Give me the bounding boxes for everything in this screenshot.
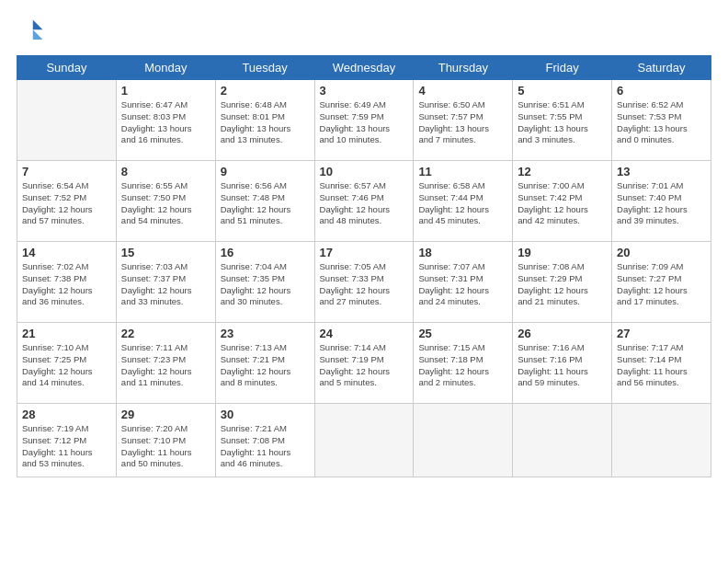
weekday-header-friday: Friday xyxy=(513,56,612,80)
day-number: 26 xyxy=(518,327,607,340)
calendar-cell: 9Sunrise: 6:56 AMSunset: 7:48 PMDaylight… xyxy=(215,161,314,242)
svg-marker-0 xyxy=(33,20,43,30)
calendar-cell: 22Sunrise: 7:11 AMSunset: 7:23 PMDayligh… xyxy=(116,323,215,404)
day-info: Sunrise: 7:04 AMSunset: 7:35 PMDaylight:… xyxy=(221,261,310,308)
day-info: Sunrise: 6:56 AMSunset: 7:48 PMDaylight:… xyxy=(221,180,310,227)
day-info: Sunrise: 6:50 AMSunset: 7:57 PMDaylight:… xyxy=(418,99,507,146)
day-info: Sunrise: 6:48 AMSunset: 8:01 PMDaylight:… xyxy=(221,99,310,146)
day-info: Sunrise: 7:15 AMSunset: 7:18 PMDaylight:… xyxy=(418,342,507,389)
day-number: 27 xyxy=(617,327,706,340)
day-info: Sunrise: 6:47 AMSunset: 8:03 PMDaylight:… xyxy=(121,99,210,146)
weekday-header-tuesday: Tuesday xyxy=(215,56,314,80)
calendar-cell: 16Sunrise: 7:04 AMSunset: 7:35 PMDayligh… xyxy=(215,242,314,323)
day-number: 21 xyxy=(22,327,111,340)
svg-marker-1 xyxy=(33,29,43,40)
day-number: 1 xyxy=(121,84,210,98)
day-info: Sunrise: 6:58 AMSunset: 7:44 PMDaylight:… xyxy=(418,180,507,227)
calendar-cell xyxy=(612,404,711,477)
day-number: 2 xyxy=(221,84,310,98)
calendar-cell: 17Sunrise: 7:05 AMSunset: 7:33 PMDayligh… xyxy=(314,242,414,323)
calendar-cell: 26Sunrise: 7:16 AMSunset: 7:16 PMDayligh… xyxy=(513,323,612,404)
day-number: 22 xyxy=(121,327,210,340)
day-info: Sunrise: 7:10 AMSunset: 7:25 PMDaylight:… xyxy=(22,342,111,389)
calendar-cell: 6Sunrise: 6:52 AMSunset: 7:53 PMDaylight… xyxy=(612,80,711,161)
day-number: 15 xyxy=(121,246,210,259)
day-number: 8 xyxy=(121,165,210,178)
calendar-cell xyxy=(513,404,612,477)
calendar-cell xyxy=(17,80,117,161)
day-info: Sunrise: 7:16 AMSunset: 7:16 PMDaylight:… xyxy=(518,342,607,389)
weekday-header-wednesday: Wednesday xyxy=(314,56,414,80)
calendar-cell: 3Sunrise: 6:49 AMSunset: 7:59 PMDaylight… xyxy=(314,80,414,161)
day-number: 9 xyxy=(221,165,310,178)
week-row-2: 7Sunrise: 6:54 AMSunset: 7:52 PMDaylight… xyxy=(17,161,711,242)
day-number: 24 xyxy=(320,327,409,340)
calendar-cell: 27Sunrise: 7:17 AMSunset: 7:14 PMDayligh… xyxy=(612,323,711,404)
day-number: 16 xyxy=(221,246,310,259)
day-info: Sunrise: 7:05 AMSunset: 7:33 PMDaylight:… xyxy=(320,261,409,308)
day-number: 29 xyxy=(121,408,210,421)
day-info: Sunrise: 7:08 AMSunset: 7:29 PMDaylight:… xyxy=(518,261,607,308)
calendar-cell: 20Sunrise: 7:09 AMSunset: 7:27 PMDayligh… xyxy=(612,242,711,323)
day-number: 7 xyxy=(22,165,111,178)
day-info: Sunrise: 7:09 AMSunset: 7:27 PMDaylight:… xyxy=(617,261,706,308)
day-number: 25 xyxy=(418,327,507,340)
day-info: Sunrise: 7:19 AMSunset: 7:12 PMDaylight:… xyxy=(22,423,111,470)
weekday-header-sunday: Sunday xyxy=(17,56,117,80)
calendar-cell: 14Sunrise: 7:02 AMSunset: 7:38 PMDayligh… xyxy=(17,242,117,323)
week-row-5: 28Sunrise: 7:19 AMSunset: 7:12 PMDayligh… xyxy=(17,404,711,477)
day-number: 14 xyxy=(22,246,111,259)
day-info: Sunrise: 7:17 AMSunset: 7:14 PMDaylight:… xyxy=(617,342,706,389)
day-number: 19 xyxy=(518,246,607,259)
logo xyxy=(17,17,50,46)
calendar-cell: 18Sunrise: 7:07 AMSunset: 7:31 PMDayligh… xyxy=(414,242,513,323)
calendar-cell: 10Sunrise: 6:57 AMSunset: 7:46 PMDayligh… xyxy=(314,161,414,242)
calendar-cell xyxy=(314,404,414,477)
calendar-cell: 4Sunrise: 6:50 AMSunset: 7:57 PMDaylight… xyxy=(414,80,513,161)
calendar-cell: 8Sunrise: 6:55 AMSunset: 7:50 PMDaylight… xyxy=(116,161,215,242)
calendar-cell: 1Sunrise: 6:47 AMSunset: 8:03 PMDaylight… xyxy=(116,80,215,161)
day-info: Sunrise: 7:14 AMSunset: 7:19 PMDaylight:… xyxy=(320,342,409,389)
day-number: 4 xyxy=(418,84,507,98)
day-info: Sunrise: 7:11 AMSunset: 7:23 PMDaylight:… xyxy=(121,342,210,389)
calendar-cell: 29Sunrise: 7:20 AMSunset: 7:10 PMDayligh… xyxy=(116,404,215,477)
calendar-cell: 7Sunrise: 6:54 AMSunset: 7:52 PMDaylight… xyxy=(17,161,117,242)
day-info: Sunrise: 7:02 AMSunset: 7:38 PMDaylight:… xyxy=(22,261,111,308)
calendar-cell: 23Sunrise: 7:13 AMSunset: 7:21 PMDayligh… xyxy=(215,323,314,404)
weekday-header-saturday: Saturday xyxy=(612,56,711,80)
weekday-header-monday: Monday xyxy=(116,56,215,80)
calendar-cell: 12Sunrise: 7:00 AMSunset: 7:42 PMDayligh… xyxy=(513,161,612,242)
day-number: 30 xyxy=(221,408,310,421)
day-info: Sunrise: 7:03 AMSunset: 7:37 PMDaylight:… xyxy=(121,261,210,308)
day-number: 28 xyxy=(22,408,111,421)
day-info: Sunrise: 6:57 AMSunset: 7:46 PMDaylight:… xyxy=(320,180,409,227)
calendar-cell: 21Sunrise: 7:10 AMSunset: 7:25 PMDayligh… xyxy=(17,323,117,404)
calendar-cell: 5Sunrise: 6:51 AMSunset: 7:55 PMDaylight… xyxy=(513,80,612,161)
calendar-cell: 11Sunrise: 6:58 AMSunset: 7:44 PMDayligh… xyxy=(414,161,513,242)
calendar-cell xyxy=(414,404,513,477)
day-info: Sunrise: 6:51 AMSunset: 7:55 PMDaylight:… xyxy=(518,99,607,146)
calendar-cell: 19Sunrise: 7:08 AMSunset: 7:29 PMDayligh… xyxy=(513,242,612,323)
week-row-1: 1Sunrise: 6:47 AMSunset: 8:03 PMDaylight… xyxy=(17,80,711,161)
day-number: 13 xyxy=(617,165,706,178)
day-number: 3 xyxy=(320,84,409,98)
calendar-cell: 30Sunrise: 7:21 AMSunset: 7:08 PMDayligh… xyxy=(215,404,314,477)
calendar-cell: 13Sunrise: 7:01 AMSunset: 7:40 PMDayligh… xyxy=(612,161,711,242)
day-info: Sunrise: 7:13 AMSunset: 7:21 PMDaylight:… xyxy=(221,342,310,389)
day-number: 12 xyxy=(518,165,607,178)
day-info: Sunrise: 7:00 AMSunset: 7:42 PMDaylight:… xyxy=(518,180,607,227)
day-info: Sunrise: 6:49 AMSunset: 7:59 PMDaylight:… xyxy=(320,99,409,146)
day-info: Sunrise: 7:20 AMSunset: 7:10 PMDaylight:… xyxy=(121,423,210,470)
page: SundayMondayTuesdayWednesdayThursdayFrid… xyxy=(0,0,728,563)
day-number: 17 xyxy=(320,246,409,259)
calendar-cell: 24Sunrise: 7:14 AMSunset: 7:19 PMDayligh… xyxy=(314,323,414,404)
day-info: Sunrise: 7:01 AMSunset: 7:40 PMDaylight:… xyxy=(617,180,706,227)
calendar-cell: 25Sunrise: 7:15 AMSunset: 7:18 PMDayligh… xyxy=(414,323,513,404)
day-number: 6 xyxy=(617,84,706,98)
header xyxy=(17,17,711,46)
weekday-header-row: SundayMondayTuesdayWednesdayThursdayFrid… xyxy=(17,56,711,80)
day-number: 10 xyxy=(320,165,409,178)
day-number: 11 xyxy=(418,165,507,178)
day-info: Sunrise: 6:52 AMSunset: 7:53 PMDaylight:… xyxy=(617,99,706,146)
calendar-cell: 15Sunrise: 7:03 AMSunset: 7:37 PMDayligh… xyxy=(116,242,215,323)
